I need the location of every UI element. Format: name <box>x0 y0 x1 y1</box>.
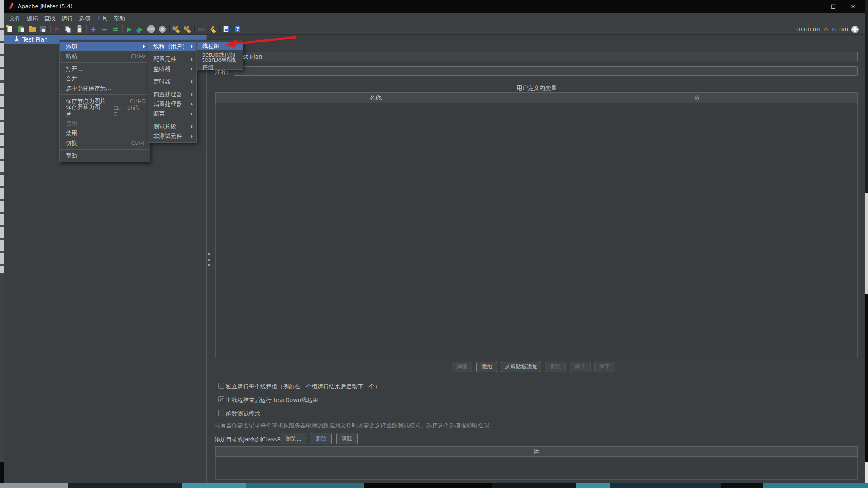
close-button[interactable]: × <box>846 0 860 13</box>
library-table-body[interactable] <box>215 457 858 480</box>
menu-tools[interactable]: 工具 <box>96 13 108 24</box>
functional-test-mode-label: 函数测试模式 <box>226 410 260 418</box>
start-icon[interactable]: ▶ <box>125 25 134 33</box>
classpath-delete-button[interactable]: 删除 <box>311 433 332 444</box>
menu-separator <box>60 149 149 150</box>
menu-run[interactable]: 运行 <box>61 13 73 24</box>
run-teardown-checkbox[interactable]: ✓ <box>218 396 224 402</box>
active-threads-ratio: 0/0 <box>839 26 848 33</box>
menu-item-test-fragment[interactable]: 测试片段 <box>148 122 196 131</box>
search-icon[interactable] <box>197 25 206 33</box>
add-from-clipboard-button[interactable]: 从剪贴板添加 <box>501 362 541 372</box>
menu-edit[interactable]: 编辑 <box>27 13 38 24</box>
warning-count: 0 <box>832 26 836 33</box>
menu-options[interactable]: 选项 <box>79 13 90 24</box>
menu-file[interactable]: 文件 <box>9 13 21 24</box>
menu-item-pre-processors[interactable]: 前置处理器 <box>148 89 196 99</box>
photo-band <box>492 483 576 488</box>
photo-band <box>610 483 721 488</box>
menubar: 文件 编辑 查找 运行 选项 工具 帮助 <box>4 13 865 24</box>
paste-icon[interactable] <box>75 25 83 33</box>
screen: Apache JMeter (5.4) ─ □ × 文件 编辑 查找 运行 选项… <box>0 0 868 488</box>
menu-separator <box>149 88 196 88</box>
up-button[interactable]: 向上 <box>570 362 591 372</box>
collapse-all-icon[interactable]: − <box>100 25 108 33</box>
clear-icon[interactable] <box>172 25 181 33</box>
background-window-sliver <box>0 17 4 271</box>
log-warning-icon[interactable]: ⚠ <box>823 24 829 35</box>
menu-search[interactable]: 查找 <box>44 13 56 24</box>
menu-item-config-element[interactable]: 配置元件 <box>148 54 196 64</box>
photo-band <box>576 483 610 488</box>
background-black-strip <box>865 294 868 462</box>
submenu-arrow-icon <box>191 103 193 106</box>
menu-item-threads-users[interactable]: 线程（用户） <box>148 42 196 51</box>
copy-icon[interactable] <box>64 25 72 33</box>
menu-item-post-processors[interactable]: 后置处理器 <box>148 99 196 109</box>
help-icon[interactable]: ? <box>233 25 242 33</box>
comment-field[interactable] <box>234 66 858 76</box>
shutdown-icon[interactable]: × <box>158 25 167 33</box>
submenu-arrow-icon <box>191 80 193 83</box>
clear-all-icon[interactable] <box>183 25 192 33</box>
thread-status-icon <box>851 26 859 33</box>
reset-search-icon[interactable] <box>208 25 217 33</box>
save-icon[interactable] <box>39 25 47 33</box>
name-field[interactable] <box>234 52 858 61</box>
functional-test-mode-checkbox[interactable] <box>218 410 224 416</box>
menu-separator <box>60 62 149 63</box>
menu-separator <box>60 94 149 95</box>
submenu-arrow-icon <box>191 58 193 61</box>
expand-all-icon[interactable]: + <box>89 25 97 33</box>
down-button[interactable]: 向下 <box>594 362 615 372</box>
menu-item-save-screen-as-image[interactable]: 保存屏幕为图片Ctrl+Shift-G <box>60 106 150 116</box>
desktop-fragment-right <box>865 0 868 483</box>
browse-button[interactable]: 浏览... <box>281 433 306 444</box>
minimize-button[interactable]: ─ <box>806 0 820 13</box>
classpath-clear-button[interactable]: 清除 <box>336 433 358 444</box>
context-menu: 添加 粘贴Ctrl-V 打开... 合并 选中部分保存为... 保存节点为图片C… <box>59 40 150 162</box>
start-no-timers-icon[interactable]: ▶ <box>136 25 145 33</box>
menu-item-listener[interactable]: 监听器 <box>148 64 196 74</box>
new-file-icon[interactable] <box>6 25 14 33</box>
menu-item-open[interactable]: 打开... <box>60 64 150 74</box>
background-light-strip-2 <box>865 462 868 483</box>
toolbar-separator <box>122 25 122 33</box>
open-file-icon[interactable] <box>28 25 36 33</box>
menu-item-help[interactable]: 帮助 <box>60 151 150 161</box>
add-button[interactable]: 添加 <box>476 362 497 372</box>
desktop-fragment-left <box>0 0 4 483</box>
cut-icon[interactable]: ✂ <box>53 25 61 33</box>
variables-table-body[interactable] <box>215 103 858 358</box>
menu-item-merge[interactable]: 合并 <box>60 74 150 83</box>
stop-icon[interactable]: STOP <box>147 25 156 33</box>
delete-button[interactable]: 删除 <box>545 362 566 372</box>
photo-band <box>182 483 246 488</box>
photo-band <box>364 483 492 488</box>
menu-item-paste[interactable]: 粘贴Ctrl-V <box>60 51 150 61</box>
menu-item-save-selection-as[interactable]: 选中部分保存为... <box>60 83 150 93</box>
run-thread-groups-serially-checkbox[interactable] <box>218 383 224 389</box>
menu-separator <box>149 75 196 75</box>
function-helper-icon[interactable] <box>222 25 231 33</box>
toggle-icon[interactable]: ⇄ <box>111 25 120 33</box>
photo-band <box>721 483 763 488</box>
panel-divider[interactable] <box>206 35 211 483</box>
menu-item-add[interactable]: 添加 <box>60 42 150 51</box>
desktop-fragment-bottom <box>0 483 868 488</box>
menu-item-non-test-elements[interactable]: 非测试元件 <box>148 131 196 141</box>
menu-help[interactable]: 帮助 <box>114 13 125 24</box>
submenu-arrow-icon <box>191 125 193 128</box>
menu-item-teardown-thread-group[interactable]: tearDown线程组 <box>197 59 243 68</box>
templates-icon[interactable] <box>17 25 25 33</box>
divider-grip-icon[interactable] <box>208 253 210 266</box>
menu-item-assertions[interactable]: 断言 <box>148 109 196 119</box>
maximize-button[interactable]: □ <box>826 0 840 13</box>
column-header-name: 名称: <box>216 93 537 103</box>
toolbar-separator <box>86 25 86 33</box>
titlebar <box>4 0 865 13</box>
menu-item-timer[interactable]: 定时器 <box>148 77 196 86</box>
menu-item-disable[interactable]: 禁用 <box>60 128 150 138</box>
menu-item-toggle[interactable]: 切换Ctrl-T <box>60 138 150 148</box>
detail-button[interactable]: 详细 <box>452 362 472 372</box>
